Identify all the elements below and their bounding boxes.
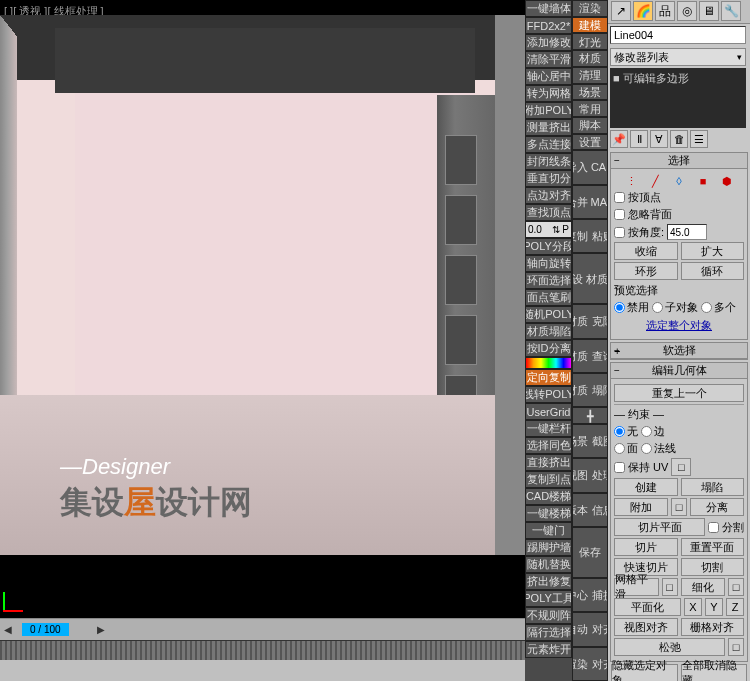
- attach-button[interactable]: 附加: [614, 498, 668, 516]
- view-align-button[interactable]: 视图对齐: [614, 618, 678, 636]
- preview-subobj-radio[interactable]: 子对象: [652, 300, 698, 315]
- tab-common[interactable]: 常用: [572, 100, 608, 117]
- vertex-subobj-icon[interactable]: ⋮: [622, 174, 640, 188]
- relax-settings-button[interactable]: □: [728, 638, 744, 656]
- object-name-input[interactable]: [610, 26, 746, 44]
- tab-material[interactable]: 材质: [572, 50, 608, 67]
- tool-onestairs[interactable]: 一键楼梯: [525, 505, 572, 522]
- viewport-3d[interactable]: [ ][ 透视 ][ 线框处理 ] —Designer 集设屋设计网 ◀ 0 /…: [0, 0, 525, 660]
- tool-cadstairs[interactable]: CAD楼梯: [525, 488, 572, 505]
- tool-onedoor[interactable]: 一键门: [525, 522, 572, 539]
- planar-z-button[interactable]: Z: [726, 598, 744, 616]
- polygon-subobj-icon[interactable]: ■: [694, 174, 712, 188]
- tool-autoalign[interactable]: 自动 对齐: [572, 612, 608, 646]
- constrain-edge-radio[interactable]: 边: [641, 424, 665, 439]
- msmooth-button[interactable]: 网格平滑: [614, 578, 659, 596]
- tool-clearsmooth[interactable]: 清除平滑: [525, 51, 572, 68]
- constrain-face-radio[interactable]: 面: [614, 441, 638, 456]
- relax-button[interactable]: 松弛: [614, 638, 725, 656]
- tool-linetopoly[interactable]: 线转POLY: [525, 386, 572, 403]
- split-checkbox[interactable]: 分割: [708, 520, 744, 535]
- slice-button[interactable]: 切片: [614, 538, 678, 556]
- modifier-stack[interactable]: ■ 可编辑多边形: [610, 68, 746, 128]
- tool-extrudefix[interactable]: 挤出修复: [525, 573, 572, 590]
- planar-x-button[interactable]: X: [684, 598, 702, 616]
- remove-mod-icon[interactable]: 🗑: [670, 130, 688, 148]
- tool-multiconnect[interactable]: 多点连接: [525, 136, 572, 153]
- tool-polyseg[interactable]: POLY分段: [525, 238, 572, 255]
- constrain-none-radio[interactable]: 无: [614, 424, 638, 439]
- modify-tab-icon[interactable]: 🌈: [633, 1, 653, 21]
- repeat-last-button[interactable]: 重复上一个: [614, 384, 744, 402]
- tool-plus[interactable]: ╋: [572, 407, 608, 424]
- tool-randpoly[interactable]: 随机POLY: [525, 306, 572, 323]
- tool-copypaste[interactable]: 复制 粘贴: [572, 219, 608, 253]
- element-subobj-icon[interactable]: ⬢: [718, 174, 736, 188]
- grid-align-button[interactable]: 栅格对齐: [681, 618, 745, 636]
- display-tab-icon[interactable]: 🖥: [699, 1, 719, 21]
- timeline-ticks[interactable]: [0, 640, 525, 660]
- tool-matlib[interactable]: 预设 材质库: [572, 253, 608, 304]
- tab-settings[interactable]: 设置: [572, 134, 608, 151]
- spinner-value[interactable]: 0.0⇅ P: [525, 221, 572, 238]
- preserve-uv-checkbox[interactable]: 保持 UV: [614, 460, 668, 475]
- show-result-icon[interactable]: Ⅱ: [630, 130, 648, 148]
- tess-settings-button[interactable]: □: [728, 578, 744, 596]
- ignore-backfacing-checkbox[interactable]: 忽略背面: [614, 207, 672, 222]
- tool-irregarray[interactable]: 不规则阵: [525, 607, 572, 624]
- planarize-button[interactable]: 平面化: [614, 598, 681, 616]
- reset-plane-button[interactable]: 重置平面: [681, 538, 745, 556]
- tool-pivot[interactable]: 轴心居中: [525, 68, 572, 85]
- ring-button[interactable]: 环形: [614, 262, 678, 280]
- grow-button[interactable]: 扩大: [681, 242, 745, 260]
- tool-detachid[interactable]: 按ID分离: [525, 340, 572, 357]
- tool-ringsel[interactable]: 环面选择: [525, 272, 572, 289]
- tool-randreplace[interactable]: 随机替换: [525, 556, 572, 573]
- planar-y-button[interactable]: Y: [705, 598, 723, 616]
- tool-usergrid[interactable]: UserGrid: [525, 403, 572, 420]
- by-angle-checkbox[interactable]: 按角度:: [614, 225, 664, 240]
- tab-scene[interactable]: 场景: [572, 84, 608, 101]
- tab-script[interactable]: 脚本: [572, 117, 608, 134]
- tool-mergemax[interactable]: 合并 MAX: [572, 185, 608, 219]
- shrink-button[interactable]: 收缩: [614, 242, 678, 260]
- tessellate-button[interactable]: 细化: [681, 578, 726, 596]
- create-button[interactable]: 创建: [614, 478, 678, 496]
- tool-tomesh[interactable]: 转为网格: [525, 85, 572, 102]
- tool-dircopy[interactable]: 定向复制: [525, 369, 572, 386]
- tool-screenshot[interactable]: 场景 截图: [572, 424, 608, 458]
- tool-importcad[interactable]: 导入 CAD: [572, 150, 608, 184]
- tool-ptedgealign[interactable]: 点边对齐: [525, 187, 572, 204]
- configure-icon[interactable]: ☰: [690, 130, 708, 148]
- tool-closespline[interactable]: 封闭线条: [525, 153, 572, 170]
- cut-button[interactable]: 切割: [681, 558, 745, 576]
- tab-clean[interactable]: 清理: [572, 67, 608, 84]
- edge-subobj-icon[interactable]: ╱: [646, 174, 664, 188]
- collapse-button[interactable]: 塌陷: [681, 478, 745, 496]
- tool-attachpoly[interactable]: 附加POLY: [525, 102, 572, 119]
- tool-save[interactable]: 保存: [572, 527, 608, 578]
- unique-icon[interactable]: ∀: [650, 130, 668, 148]
- tool-directextrude[interactable]: 直接挤出: [525, 454, 572, 471]
- tool-measure[interactable]: 测量挤出: [525, 119, 572, 136]
- tab-model[interactable]: 建模: [572, 17, 608, 34]
- timeline[interactable]: ◀ 0 / 100 ▶: [0, 618, 525, 640]
- tool-explode[interactable]: 元素炸开: [525, 641, 572, 658]
- preview-multi-radio[interactable]: 多个: [701, 300, 736, 315]
- motion-tab-icon[interactable]: ◎: [677, 1, 697, 21]
- tool-addmod[interactable]: 添加修改: [525, 34, 572, 51]
- tab-render[interactable]: 渲染: [572, 0, 608, 17]
- by-vertex-checkbox[interactable]: 按顶点: [614, 190, 661, 205]
- tool-axisrot[interactable]: 轴向旋转: [525, 255, 572, 272]
- color-strip[interactable]: [525, 357, 572, 369]
- select-whole-link[interactable]: 选定整个对象: [617, 318, 741, 333]
- tool-ffd[interactable]: FFD2x2*: [525, 17, 572, 34]
- detach-button[interactable]: 分离: [690, 498, 744, 516]
- create-tab-icon[interactable]: ↗: [611, 1, 631, 21]
- border-subobj-icon[interactable]: ◊: [670, 174, 688, 188]
- angle-spinner[interactable]: 45.0: [667, 224, 707, 240]
- unhide-all-button[interactable]: 全部取消隐藏: [681, 664, 748, 681]
- hierarchy-tab-icon[interactable]: 品: [655, 1, 675, 21]
- utilities-tab-icon[interactable]: 🔧: [721, 1, 741, 21]
- tool-altselect[interactable]: 隔行选择: [525, 624, 572, 641]
